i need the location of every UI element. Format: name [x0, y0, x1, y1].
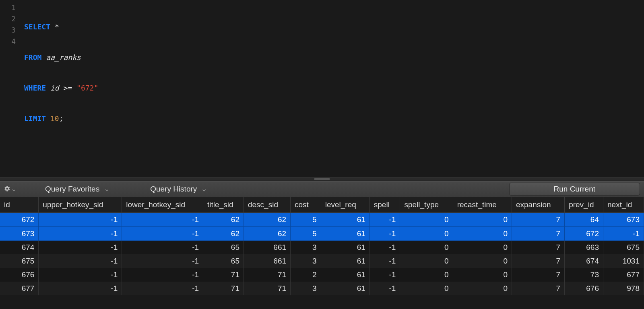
cell[interactable]: 61	[321, 268, 369, 282]
cell[interactable]: 0	[453, 282, 512, 295]
cell[interactable]: 674	[565, 254, 603, 268]
cell[interactable]: 61	[321, 227, 369, 241]
query-favorites-dropdown[interactable]: Query Favorites ⌵	[41, 184, 112, 194]
cell[interactable]: 0	[400, 254, 453, 268]
cell[interactable]: -1	[369, 213, 400, 227]
cell[interactable]: -1	[39, 241, 122, 254]
cell[interactable]: 3	[291, 254, 321, 268]
cell[interactable]: -1	[39, 268, 122, 282]
cell[interactable]: 61	[321, 241, 369, 254]
cell[interactable]: -1	[122, 254, 203, 268]
cell[interactable]: 0	[453, 227, 512, 241]
cell[interactable]: 61	[321, 282, 369, 295]
cell[interactable]: 676	[565, 282, 603, 295]
cell[interactable]: 0	[453, 241, 512, 254]
cell[interactable]: 7	[512, 227, 564, 241]
cell[interactable]: 61	[321, 213, 369, 227]
cell[interactable]: -1	[122, 241, 203, 254]
table-row[interactable]: 677-1-17171361-1007676978	[0, 282, 644, 295]
cell[interactable]: 0	[400, 268, 453, 282]
column-header-prev_id[interactable]: prev_id	[565, 197, 603, 213]
cell[interactable]: 674	[0, 241, 39, 254]
cell[interactable]: 673	[0, 227, 39, 241]
table-row[interactable]: 674-1-165661361-1007663675	[0, 241, 644, 254]
cell[interactable]: -1	[39, 254, 122, 268]
cell[interactable]: 7	[512, 213, 564, 227]
cell[interactable]: 661	[244, 241, 290, 254]
column-header-level_req[interactable]: level_req	[321, 197, 369, 213]
cell[interactable]: -1	[603, 227, 644, 241]
cell[interactable]: 978	[603, 282, 644, 295]
gear-menu[interactable]: ⌵	[4, 185, 15, 193]
cell[interactable]: 71	[244, 282, 290, 295]
cell[interactable]: 0	[400, 213, 453, 227]
cell[interactable]: 675	[603, 241, 644, 254]
cell[interactable]: 5	[291, 227, 321, 241]
cell[interactable]: -1	[122, 282, 203, 295]
cell[interactable]: 0	[400, 282, 453, 295]
cell[interactable]: 0	[453, 268, 512, 282]
cell[interactable]: 663	[565, 241, 603, 254]
sql-editor[interactable]: SELECT * FROM aa_ranks WHERE id >= "672"…	[20, 0, 644, 177]
cell[interactable]: 71	[203, 282, 244, 295]
cell[interactable]: 672	[565, 227, 603, 241]
table-row[interactable]: 675-1-165661361-10076741031	[0, 254, 644, 268]
cell[interactable]: 1031	[603, 254, 644, 268]
column-header-title_sid[interactable]: title_sid	[203, 197, 244, 213]
column-header-next_id[interactable]: next_id	[603, 197, 644, 213]
cell[interactable]: 673	[603, 213, 644, 227]
column-header-recast_time[interactable]: recast_time	[453, 197, 512, 213]
cell[interactable]: 73	[565, 268, 603, 282]
table-row[interactable]: 676-1-17171261-100773677	[0, 268, 644, 282]
pane-divider[interactable]	[0, 177, 644, 181]
cell[interactable]: -1	[39, 282, 122, 295]
column-header-expansion[interactable]: expansion	[512, 197, 564, 213]
cell[interactable]: -1	[369, 227, 400, 241]
cell[interactable]: 5	[291, 213, 321, 227]
cell[interactable]: 71	[203, 268, 244, 282]
cell[interactable]: 0	[400, 227, 453, 241]
cell[interactable]: -1	[122, 227, 203, 241]
table-row[interactable]: 673-1-16262561-1007672-1	[0, 227, 644, 241]
cell[interactable]: 7	[512, 282, 564, 295]
cell[interactable]: 0	[400, 241, 453, 254]
column-header-upper_hotkey_sid[interactable]: upper_hotkey_sid	[39, 197, 122, 213]
cell[interactable]: 7	[512, 241, 564, 254]
cell[interactable]: 677	[603, 268, 644, 282]
cell[interactable]: 65	[203, 254, 244, 268]
cell[interactable]: 71	[244, 268, 290, 282]
cell[interactable]: -1	[122, 213, 203, 227]
column-header-lower_hotkey_sid[interactable]: lower_hotkey_sid	[122, 197, 203, 213]
cell[interactable]: -1	[369, 241, 400, 254]
cell[interactable]: 672	[0, 213, 39, 227]
cell[interactable]: 62	[203, 213, 244, 227]
cell[interactable]: 64	[565, 213, 603, 227]
cell[interactable]: 675	[0, 254, 39, 268]
query-history-dropdown[interactable]: Query History ⌵	[146, 184, 210, 194]
cell[interactable]: 0	[453, 213, 512, 227]
table-row[interactable]: 672-1-16262561-100764673	[0, 213, 644, 227]
column-header-cost[interactable]: cost	[291, 197, 321, 213]
cell[interactable]: 0	[453, 254, 512, 268]
cell[interactable]: -1	[369, 254, 400, 268]
column-header-spell_type[interactable]: spell_type	[400, 197, 453, 213]
column-header-id[interactable]: id	[0, 197, 39, 213]
column-header-spell[interactable]: spell	[369, 197, 400, 213]
cell[interactable]: 3	[291, 241, 321, 254]
cell[interactable]: -1	[369, 268, 400, 282]
cell[interactable]: 676	[0, 268, 39, 282]
column-header-desc_sid[interactable]: desc_sid	[244, 197, 290, 213]
cell[interactable]: 62	[244, 227, 290, 241]
cell[interactable]: -1	[122, 268, 203, 282]
cell[interactable]: -1	[39, 227, 122, 241]
cell[interactable]: -1	[39, 213, 122, 227]
cell[interactable]: 3	[291, 282, 321, 295]
cell[interactable]: -1	[369, 282, 400, 295]
cell[interactable]: 7	[512, 254, 564, 268]
cell[interactable]: 7	[512, 268, 564, 282]
cell[interactable]: 62	[203, 227, 244, 241]
cell[interactable]: 65	[203, 241, 244, 254]
cell[interactable]: 2	[291, 268, 321, 282]
cell[interactable]: 661	[244, 254, 290, 268]
cell[interactable]: 61	[321, 254, 369, 268]
